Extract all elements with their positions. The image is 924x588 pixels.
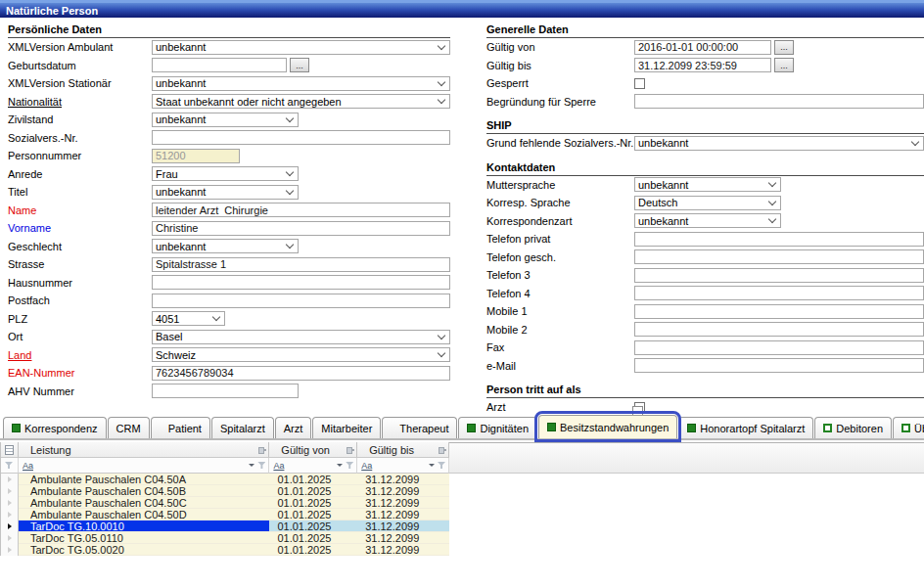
grid-cell[interactable]: 01.01.2025 <box>269 532 357 544</box>
grid-cell[interactable]: Ambulante Pauschalen C04.50B <box>19 485 269 497</box>
tab-honorartopf-spitalarzt[interactable]: Honorartopf Spitalarzt <box>678 417 813 438</box>
grid-cell[interactable]: TarDoc TG.05.0020 <box>19 544 269 556</box>
grid-cell[interactable]: 01.01.2025 <box>269 485 357 497</box>
grid-row[interactable]: TarDoc TG.05.011001.01.202531.12.2099 <box>1 532 449 544</box>
text-input-gueltig-von[interactable] <box>634 40 771 55</box>
combo-nationalitaet[interactable]: Staat unbekannt oder nicht angegeben <box>152 94 450 109</box>
text-input-mobile-2[interactable] <box>634 322 924 337</box>
grid-cell[interactable]: 31.12.2099 <box>357 544 449 556</box>
tab-crm[interactable]: CRM <box>108 417 150 438</box>
grid-cell[interactable]: 31.12.2099 <box>357 520 449 532</box>
grid-cell[interactable]: 01.01.2025 <box>269 497 357 509</box>
combo-land[interactable]: Schweiz <box>152 347 450 362</box>
tab-debitoren[interactable]: Debitoren <box>814 417 892 438</box>
combo-korresp-sprache[interactable]: Deutsch <box>634 196 781 210</box>
text-input-telefon-3[interactable] <box>634 268 924 283</box>
column-header-gueltig-von[interactable]: Gültig von <box>269 442 357 458</box>
readonly-field-personnummer[interactable] <box>152 149 240 163</box>
grid-cell[interactable]: 31.12.2099 <box>357 474 449 485</box>
filter-dropdown-icon[interactable] <box>429 464 435 467</box>
tab-spitalarzt[interactable]: Spitalarzt <box>211 417 274 438</box>
grid-row[interactable]: Ambulante Pauschalen C04.50A01.01.202531… <box>1 474 449 485</box>
text-input-postfach[interactable] <box>152 294 450 308</box>
match-case-icon[interactable]: Aa <box>23 461 33 471</box>
grid-cell[interactable]: TarDoc TG.10.0010 <box>19 520 269 532</box>
pin-icon[interactable] <box>438 446 445 454</box>
grid-cell[interactable]: 31.12.2099 <box>357 532 449 544</box>
filter-dropdown-icon[interactable] <box>337 464 343 467</box>
text-input-strasse[interactable] <box>152 257 450 272</box>
match-case-icon[interactable]: Aa <box>361 461 372 471</box>
text-input-fax[interactable] <box>634 340 924 355</box>
grid-cell[interactable]: Ambulante Pauschalen C04.50A <box>19 474 269 485</box>
grid-row[interactable]: Ambulante Pauschalen C04.50D01.01.202531… <box>1 509 449 520</box>
ellipsis-button-gueltig-von[interactable]: ... <box>774 40 794 55</box>
filter-corner-cell[interactable] <box>1 458 19 474</box>
grid-cell[interactable]: 01.01.2025 <box>269 520 357 532</box>
ellipsis-button-geburtsdatum[interactable]: ... <box>290 58 309 72</box>
text-input-geburtsdatum[interactable] <box>152 58 287 72</box>
grid-cell[interactable]: TarDoc TG.05.0110 <box>19 532 269 544</box>
text-input-telefon-gesch[interactable] <box>634 249 924 264</box>
filter-cell-gueltig-bis[interactable]: Aa <box>357 458 449 474</box>
filter-cell-gueltig-von[interactable]: Aa <box>269 458 357 474</box>
tab-patient[interactable]: Patient <box>151 417 210 438</box>
tab-korrespondenz[interactable]: Korrespondenz <box>3 417 107 438</box>
row-selector[interactable] <box>1 520 19 532</box>
grid-cell[interactable]: Ambulante Pauschalen C04.50D <box>19 509 269 520</box>
combo-ort[interactable]: Basel <box>152 330 450 344</box>
text-input-ahv-nummer[interactable] <box>152 384 299 398</box>
grid-corner-cell[interactable] <box>1 442 19 458</box>
grid-row[interactable]: Ambulante Pauschalen C04.50C01.01.202531… <box>1 497 449 509</box>
tab-dignitaeten[interactable]: Dignitäten <box>458 417 537 438</box>
row-selector[interactable] <box>1 532 19 544</box>
combo-muttersprache[interactable]: unbekannt <box>634 177 781 192</box>
text-input-telefon-4[interactable] <box>634 286 924 300</box>
tab-uebergeord-personen[interactable]: Übergeord. Personen <box>893 417 924 438</box>
text-input-ean-nummer[interactable] <box>152 366 450 381</box>
grid-cell[interactable]: 01.01.2025 <box>269 474 357 485</box>
text-input-telefon-privat[interactable] <box>634 232 924 247</box>
grid-row[interactable]: Ambulante Pauschalen C04.50B01.01.202531… <box>1 485 449 497</box>
row-selector[interactable] <box>1 485 19 497</box>
row-selector[interactable] <box>1 474 19 485</box>
grid-cell[interactable]: 01.01.2025 <box>269 544 357 556</box>
text-input-sozialvers-nr[interactable] <box>152 130 450 145</box>
pin-icon[interactable] <box>257 446 265 454</box>
combo-xmlversion-ambulant[interactable]: unbekannt <box>152 40 450 55</box>
window-titlebar[interactable]: Natürliche Person <box>0 0 924 18</box>
combo-anrede[interactable]: Frau <box>152 166 299 181</box>
combo-geschlecht[interactable]: unbekannt <box>152 239 299 253</box>
combo-zivilstand[interactable]: unbekannt <box>152 113 299 127</box>
filter-clear-icon[interactable] <box>257 462 265 469</box>
combo-xmlversion-stationaer[interactable]: unbekannt <box>152 76 450 91</box>
tab-therapeut[interactable]: Therapeut <box>382 417 457 438</box>
combo-korrespondenzart[interactable]: unbekannt <box>634 213 781 228</box>
column-header-gueltig-bis[interactable]: Gültig bis <box>357 442 449 458</box>
grid-row[interactable]: TarDoc TG.05.002001.01.202531.12.2099 <box>1 544 449 556</box>
grid-row[interactable]: TarDoc TG.10.001001.01.202531.12.2099 <box>1 520 449 532</box>
row-selector[interactable] <box>1 544 19 556</box>
text-input-gueltig-bis[interactable] <box>634 58 771 72</box>
filter-cell-leistung[interactable]: Aa <box>19 458 269 474</box>
text-input-hausnummer[interactable] <box>152 275 450 290</box>
grid-cell[interactable]: 31.12.2099 <box>357 485 449 497</box>
combo-plz[interactable]: 4051 <box>152 311 225 326</box>
text-input-e-mail[interactable] <box>634 358 924 373</box>
tab-mitarbeiter[interactable]: Mitarbeiter <box>312 417 381 438</box>
pin-icon[interactable] <box>346 446 353 454</box>
text-input-name[interactable] <box>152 203 450 217</box>
text-input-vorname[interactable] <box>152 221 450 236</box>
grid-cell[interactable]: 31.12.2099 <box>357 497 449 509</box>
grid-cell[interactable]: 01.01.2025 <box>269 509 357 520</box>
grid-cell[interactable]: Ambulante Pauschalen C04.50C <box>19 497 269 509</box>
grid-cell[interactable]: 31.12.2099 <box>357 509 449 520</box>
text-input-mobile-1[interactable] <box>634 304 924 319</box>
filter-funnel-icon[interactable] <box>5 462 13 469</box>
text-input-begruendung-fuer-sperre[interactable] <box>634 94 924 109</box>
match-case-icon[interactable]: Aa <box>273 461 284 471</box>
combo-grund-fehlende-sozialvers-nr[interactable]: unbekannt <box>634 136 924 151</box>
checkbox-gesperrt[interactable] <box>634 78 645 89</box>
tab-besitzstandwahrungen[interactable]: Besitzstandwahrungen <box>538 415 677 438</box>
ellipsis-button-gueltig-bis[interactable]: ... <box>774 58 794 72</box>
